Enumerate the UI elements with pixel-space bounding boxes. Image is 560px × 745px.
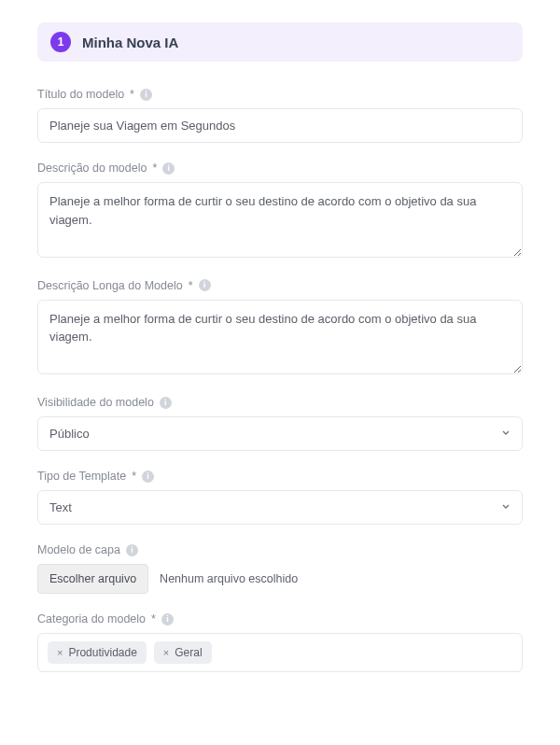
required-marker: * xyxy=(130,88,134,101)
choose-file-button[interactable]: Escolher arquivo xyxy=(37,564,148,594)
section-title: Minha Nova IA xyxy=(82,35,178,50)
select-wrap: Público xyxy=(37,416,523,451)
label-row: Título do modelo * i xyxy=(37,88,523,101)
field-group-category: Categoria do modelo * i ×Produtividade×G… xyxy=(37,612,523,672)
label-row: Descrição do modelo * i xyxy=(37,162,523,175)
required-marker: * xyxy=(152,162,157,175)
field-group-template-type: Tipo de Template * i Text xyxy=(37,470,523,525)
section-header: 1 Minha Nova IA xyxy=(37,22,523,62)
field-label: Tipo de Template xyxy=(37,470,126,483)
info-icon[interactable]: i xyxy=(142,471,154,483)
template-type-select[interactable]: Text xyxy=(37,490,523,525)
required-marker: * xyxy=(132,470,136,483)
field-label: Descrição Longa do Modelo xyxy=(37,279,183,292)
field-label: Modelo de capa xyxy=(37,543,120,556)
field-group-long-description: Descrição Longa do Modelo * i Planeje a … xyxy=(37,279,523,378)
info-icon[interactable]: i xyxy=(140,89,152,101)
title-input[interactable] xyxy=(37,108,523,143)
label-row: Descrição Longa do Modelo * i xyxy=(37,279,523,292)
field-group-title: Título do modelo * i xyxy=(37,88,523,143)
file-row: Escolher arquivo Nenhum arquivo escolhid… xyxy=(37,564,523,594)
field-label: Categoria do modelo xyxy=(37,612,146,626)
category-tag[interactable]: ×Produtividade xyxy=(48,641,147,664)
field-label: Descrição do modelo xyxy=(37,162,147,175)
category-tag[interactable]: ×Geral xyxy=(154,641,212,664)
label-row: Tipo de Template * i xyxy=(37,470,523,483)
info-icon[interactable]: i xyxy=(162,162,175,175)
close-icon[interactable]: × xyxy=(57,648,63,658)
label-row: Modelo de capa i xyxy=(37,543,523,556)
step-number-badge: 1 xyxy=(50,32,71,52)
info-icon[interactable]: i xyxy=(199,279,211,291)
visibility-select[interactable]: Público xyxy=(37,416,523,451)
field-label: Título do modelo xyxy=(37,88,124,101)
field-group-visibility: Visibilidade do modelo i Público xyxy=(37,396,523,451)
label-row: Categoria do modelo * i xyxy=(37,612,523,626)
tag-label: Produtividade xyxy=(68,646,136,659)
required-marker: * xyxy=(151,612,156,626)
tag-label: Geral xyxy=(175,646,202,659)
field-label: Visibilidade do modelo xyxy=(37,396,154,409)
info-icon[interactable]: i xyxy=(126,544,138,556)
category-tags-input[interactable]: ×Produtividade×Geral xyxy=(37,633,523,672)
close-icon[interactable]: × xyxy=(163,648,169,658)
select-wrap: Text xyxy=(37,490,523,525)
info-icon[interactable]: i xyxy=(161,613,174,626)
description-textarea[interactable]: Planeje a melhor forma de curtir o seu d… xyxy=(37,182,523,258)
field-group-description: Descrição do modelo * i Planeje a melhor… xyxy=(37,162,523,260)
long-description-textarea[interactable]: Planeje a melhor forma de curtir o seu d… xyxy=(37,300,523,375)
field-group-cover: Modelo de capa i Escolher arquivo Nenhum… xyxy=(37,543,523,594)
file-status-text: Nenhum arquivo escolhido xyxy=(160,572,298,585)
required-marker: * xyxy=(189,279,193,292)
label-row: Visibilidade do modelo i xyxy=(37,396,523,409)
info-icon[interactable]: i xyxy=(160,397,172,409)
